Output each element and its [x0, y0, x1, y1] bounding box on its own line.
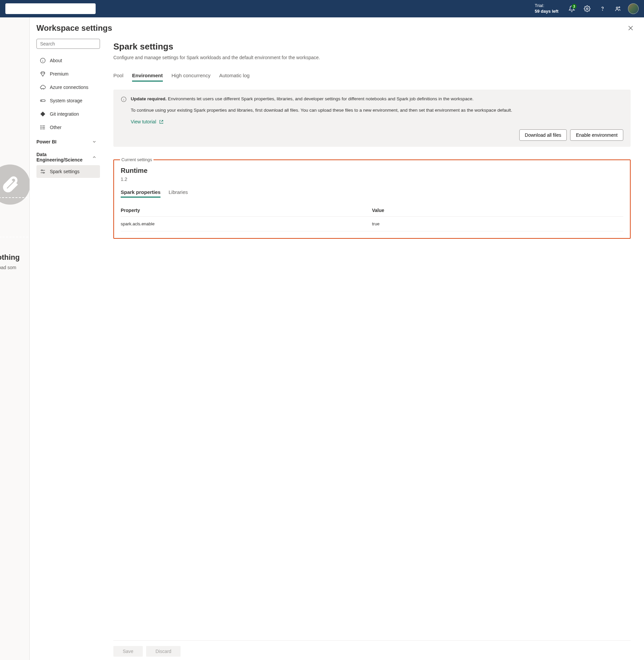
svg-point-3 — [619, 7, 620, 8]
notifications-button[interactable]: 3 — [567, 3, 577, 14]
trial-status: Trial: 59 days left — [535, 3, 558, 14]
notification-badge: 3 — [572, 4, 576, 9]
avatar[interactable] — [628, 3, 639, 14]
feedback-button[interactable] — [613, 3, 623, 14]
svg-point-2 — [616, 7, 618, 9]
svg-point-0 — [586, 8, 588, 10]
help-button[interactable] — [597, 3, 608, 14]
people-icon — [615, 5, 621, 12]
topbar: Trial: 59 days left 3 — [0, 0, 644, 17]
svg-point-1 — [602, 10, 603, 11]
help-icon — [599, 5, 606, 12]
global-search-input[interactable] — [5, 3, 96, 14]
settings-button[interactable] — [582, 3, 593, 14]
gear-icon — [584, 5, 591, 12]
